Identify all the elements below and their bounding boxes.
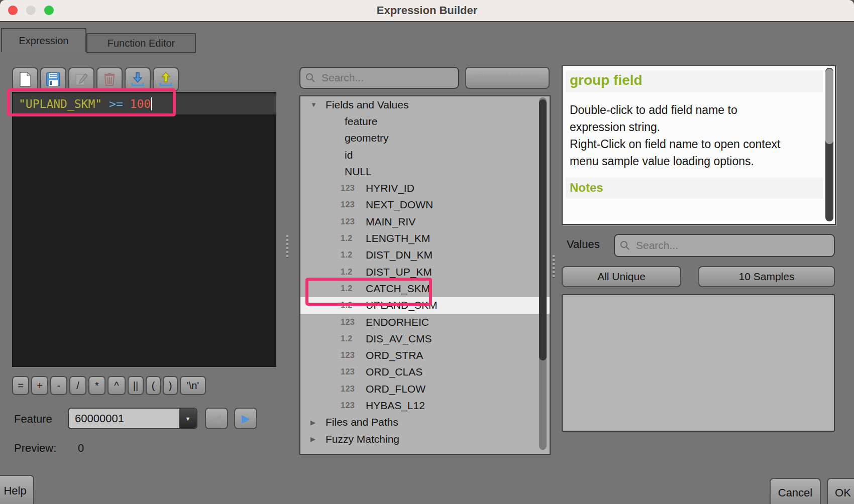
tree-item[interactable]: id [300, 147, 550, 163]
help-body-text: Double-click to add field name to expres… [570, 101, 811, 170]
tab-function-editor[interactable]: Function Editor [86, 33, 196, 53]
tree-item[interactable]: 123ORD_STRA [300, 347, 550, 363]
save-expression-button[interactable] [40, 67, 66, 91]
tree-item[interactable]: 123ENDORHEIC [300, 314, 550, 330]
operator-open-paren-button[interactable]: ( [146, 376, 161, 395]
tree-item[interactable]: 123ORD_CLAS [300, 364, 550, 381]
caret-down-icon[interactable]: ▼ [300, 101, 326, 108]
integer-field-icon: 123 [341, 367, 366, 376]
tree-item[interactable]: 123MAIN_RIV [300, 213, 550, 230]
operator-newline-button[interactable]: '\n' [180, 376, 206, 395]
operator-concat-button[interactable]: || [128, 376, 144, 395]
operator-minus-button[interactable]: - [50, 376, 67, 395]
tree-item[interactable]: 1.2DIS_AV_CMS [300, 330, 550, 347]
new-expression-button[interactable] [12, 67, 38, 91]
search-icon [620, 240, 630, 250]
integer-field-icon: 123 [341, 217, 366, 226]
fields-and-values-tree: ▼Fields and Values feature geometry id N… [299, 95, 551, 455]
import-expression-button[interactable] [125, 67, 151, 91]
tree-item[interactable]: 123ORD_FLOW [300, 381, 550, 397]
decimal-field-icon: 1.2 [341, 284, 366, 293]
save-icon [46, 72, 60, 86]
expression-operator-token: >= [109, 97, 123, 110]
values-search-input[interactable] [635, 239, 808, 252]
tree-group-fields-and-values[interactable]: ▼Fields and Values [300, 96, 550, 113]
preview-label: Preview: [14, 442, 56, 455]
new-file-icon [19, 72, 32, 87]
search-icon [305, 73, 315, 83]
fields-search-box [299, 67, 459, 89]
expression-text: "UPLAND_SKM" >= 100 [13, 93, 276, 114]
tree-item[interactable]: NULL [300, 163, 550, 180]
tree-item-selected[interactable]: 1.2UPLAND_SKM [300, 297, 550, 314]
fields-search-input[interactable] [321, 71, 445, 84]
integer-field-icon: 123 [341, 401, 366, 410]
integer-field-icon: 123 [341, 385, 366, 394]
tree-item[interactable]: 123NEXT_DOWN [300, 197, 550, 213]
tree-scrollbar-thumb[interactable] [539, 99, 547, 360]
export-expression-button[interactable] [153, 67, 179, 91]
operator-multiply-button[interactable]: * [88, 376, 105, 395]
feature-label: Feature [14, 413, 52, 426]
import-arrow-icon [131, 72, 145, 87]
delete-expression-button[interactable] [96, 67, 123, 91]
feature-combobox[interactable]: 60000001 ▼ [68, 408, 197, 429]
caret-right-icon[interactable]: ▶ [300, 435, 326, 443]
tree-group-files-and-paths[interactable]: ▶Files and Paths [300, 414, 550, 431]
ok-button[interactable]: OK [827, 478, 854, 504]
help-line: Double-click to add field name to [570, 101, 811, 118]
tree-item[interactable]: 1.2LENGTH_KM [300, 230, 550, 246]
previous-arrow-icon: ◀ [212, 412, 221, 425]
next-feature-button[interactable]: ▶ [234, 408, 257, 429]
operator-power-button[interactable]: ^ [108, 376, 126, 395]
help-notes-band [566, 178, 823, 199]
show-values-button[interactable]: Show Values [465, 67, 550, 89]
tree-item[interactable]: geometry [300, 130, 550, 147]
tree-item[interactable]: 1.2DIST_DN_KM [300, 247, 550, 264]
window-title: Expression Builder [0, 4, 854, 17]
help-scrollbar-thumb[interactable] [825, 69, 833, 144]
help-button[interactable]: Help [0, 475, 34, 504]
values-search-box [614, 234, 835, 257]
tree-item[interactable]: feature [300, 113, 550, 130]
previous-feature-button[interactable]: ◀ [205, 408, 228, 429]
panel-splitter-handle[interactable] [286, 235, 288, 257]
tree-item[interactable]: 123HYRIV_ID [300, 180, 550, 196]
pencil-icon [74, 72, 88, 86]
panel-splitter-handle[interactable] [553, 255, 555, 277]
expression-builder-dialog: Expression Builder Expression Function E… [0, 0, 854, 504]
integer-field-icon: 123 [341, 351, 366, 360]
integer-field-icon: 123 [341, 200, 366, 209]
tree-item[interactable]: 123HYBAS_L12 [300, 397, 550, 414]
decimal-field-icon: 1.2 [341, 301, 366, 310]
expression-number-token: 100 [130, 97, 151, 110]
help-title: group field [570, 72, 643, 88]
decimal-field-icon: 1.2 [341, 268, 366, 277]
cancel-button[interactable]: Cancel [770, 478, 821, 504]
tree-group-fuzzy-matching[interactable]: ▶Fuzzy Matching [300, 431, 550, 447]
expression-editor[interactable]: "UPLAND_SKM" >= 100 [12, 92, 276, 367]
integer-field-icon: 123 [341, 184, 366, 193]
decimal-field-icon: 1.2 [341, 234, 366, 243]
operator-equals-button[interactable]: = [12, 376, 29, 395]
next-arrow-icon: ▶ [242, 412, 250, 425]
operator-plus-button[interactable]: + [31, 376, 48, 395]
tree-item[interactable]: 1.2CATCH_SKM [300, 280, 550, 297]
operator-divide-button[interactable]: / [69, 376, 86, 395]
preview-value: 0 [78, 442, 84, 455]
tab-expression[interactable]: Expression [1, 28, 86, 52]
integer-field-icon: 123 [341, 318, 366, 327]
operator-close-paren-button[interactable]: ) [163, 376, 178, 395]
dropdown-arrow-icon[interactable]: ▼ [179, 409, 196, 428]
field-help-panel: group field Double-click to add field na… [562, 65, 836, 225]
expression-field-token: "UPLAND_SKM" [19, 97, 102, 110]
values-list[interactable] [562, 294, 835, 432]
export-arrow-icon [159, 72, 173, 87]
edit-expression-button[interactable] [68, 67, 94, 91]
all-unique-button[interactable]: All Unique [562, 266, 681, 287]
tree-item[interactable]: 1.2DIST_UP_KM [300, 264, 550, 280]
ten-samples-button[interactable]: 10 Samples [698, 266, 835, 287]
decimal-field-icon: 1.2 [341, 334, 366, 343]
caret-right-icon[interactable]: ▶ [300, 419, 326, 426]
text-cursor [151, 97, 152, 110]
